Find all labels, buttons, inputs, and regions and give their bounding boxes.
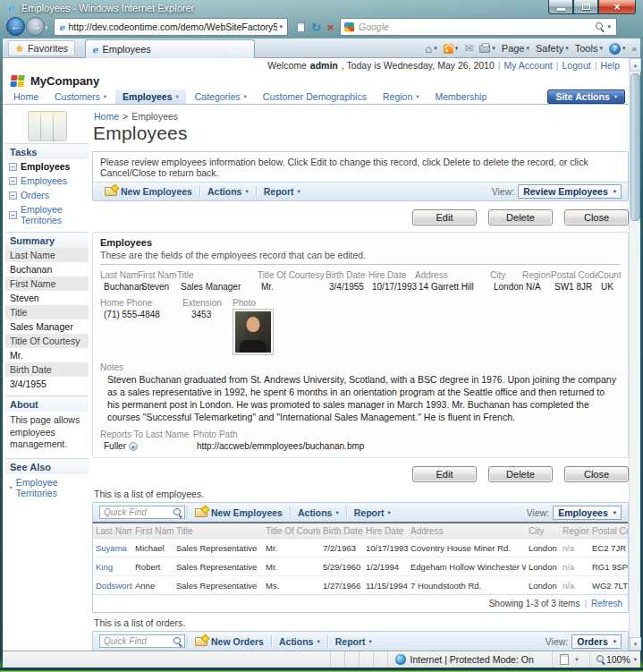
actions-menu[interactable]: Actions▾: [200, 186, 256, 197]
favorites-button[interactable]: ★ Favorites: [8, 40, 75, 56]
collapse-icon[interactable]: −: [9, 211, 17, 219]
nav-employees[interactable]: Employees▾: [115, 89, 186, 104]
new-item-icon: [195, 637, 207, 646]
showing-text: Showing 1-3 of 3 items: [489, 599, 580, 608]
record-actions: Edit Delete Close: [92, 209, 629, 225]
view-selector[interactable]: Review Employees▾: [518, 184, 622, 199]
actions-menu[interactable]: Actions▾: [291, 507, 346, 518]
refresh-button[interactable]: ↻: [309, 20, 324, 35]
refresh-link[interactable]: Refresh: [591, 599, 622, 608]
print-button[interactable]: ▾: [479, 45, 495, 53]
feeds-button[interactable]: ▾: [444, 44, 459, 54]
report-menu[interactable]: Report▾: [257, 186, 308, 197]
close-record-button[interactable]: Close: [564, 209, 629, 225]
maximize-button[interactable]: [573, 0, 598, 14]
summary-label: First Name: [5, 276, 89, 291]
nav-region[interactable]: Region▾: [376, 89, 427, 104]
zoom-settings-button[interactable]: ▾: [553, 651, 590, 668]
sidebar-item-employees-current[interactable]: −Employees: [5, 159, 89, 174]
delete-button[interactable]: Delete: [488, 466, 553, 482]
employees-toolbar: New Employees Actions▾ Report▾ View: Emp…: [93, 503, 628, 522]
collapse-icon[interactable]: −: [9, 177, 17, 185]
scroll-down-button[interactable]: ▼: [630, 637, 641, 651]
record-panel: Employees These are the fields of the em…: [92, 232, 629, 458]
close-button[interactable]: ×: [598, 0, 636, 14]
search-input[interactable]: [359, 21, 595, 32]
search-dropdown[interactable]: ▾: [605, 23, 613, 30]
new-employees-button[interactable]: New Employees: [97, 186, 199, 197]
edit-button[interactable]: Edit: [412, 209, 477, 225]
employees-header-row: Last NameFirst Name TitleTitle Of Courte…: [93, 523, 628, 539]
page-title: Employees: [92, 123, 629, 144]
report-menu[interactable]: Report▾: [347, 507, 398, 518]
page-menu[interactable]: Page▾: [502, 43, 529, 54]
summary-label: Title Of Courtesy: [5, 334, 89, 348]
read-mail-button[interactable]: ✉: [464, 42, 473, 55]
window-frame-bottom: [0, 668, 643, 672]
table-row[interactable]: DodsworthAnne Sales RepresentativeMs. 1/…: [93, 576, 628, 595]
table-row[interactable]: SuyamaMichael Sales RepresentativeMr. 7/…: [93, 539, 628, 557]
close-record-button[interactable]: Close: [564, 466, 629, 482]
scroll-up-button[interactable]: ▲: [630, 58, 641, 72]
forward-button[interactable]: →: [26, 17, 45, 36]
nav-customers[interactable]: Customers▾: [47, 89, 114, 104]
sidebar-item-employee-territories[interactable]: −Employee Territories: [5, 202, 89, 227]
search-icon[interactable]: [173, 507, 183, 518]
view-selector[interactable]: Employees▾: [553, 506, 622, 520]
help-link[interactable]: Help: [600, 60, 620, 71]
photo-label: Photo: [233, 298, 274, 308]
tab-employees[interactable]: e Employees: [85, 39, 255, 58]
breadcrumb-home[interactable]: Home: [94, 111, 119, 122]
see-also-heading: See Also: [5, 458, 89, 474]
zoom-level: 100%: [606, 654, 630, 665]
summary-value: 3/4/1955: [5, 377, 89, 391]
back-button[interactable]: ←: [6, 17, 25, 36]
scrollbar-thumb[interactable]: [630, 73, 640, 221]
delete-button[interactable]: Delete: [488, 209, 553, 225]
tasks-heading: Tasks: [5, 143, 89, 159]
logout-link[interactable]: Logout: [563, 60, 591, 71]
zoom-control[interactable]: 100% ▾: [590, 654, 640, 665]
table-row[interactable]: KingRobert Sales RepresentativeMr. 5/29/…: [93, 557, 628, 576]
edit-button[interactable]: Edit: [412, 466, 477, 482]
sidebar-item-employees[interactable]: −Employees: [5, 174, 89, 188]
see-also-employee-territories[interactable]: ▪Employee Territories: [5, 474, 89, 500]
nav-membership[interactable]: Membership: [428, 89, 495, 104]
toolbar-overflow-button[interactable]: »: [631, 44, 637, 54]
browser-window: e Employees - Windows Internet Explorer …: [0, 0, 643, 672]
actions-menu[interactable]: Actions▾: [272, 636, 327, 647]
user-name: admin: [310, 60, 338, 71]
site-actions-button[interactable]: Site Actions▾: [547, 89, 625, 104]
tools-menu[interactable]: Tools▾: [575, 43, 603, 54]
search-icon[interactable]: [173, 636, 183, 647]
nav-home[interactable]: Home: [6, 89, 46, 104]
my-account-link[interactable]: My Account: [504, 60, 553, 71]
minimize-button[interactable]: [548, 0, 573, 14]
reports-to-icon[interactable]: [129, 442, 138, 451]
vertical-scrollbar[interactable]: ▲ ▼: [629, 58, 640, 651]
help-menu[interactable]: ?▾: [609, 43, 626, 55]
report-menu[interactable]: Report▾: [328, 636, 379, 647]
address-dropdown[interactable]: ▾: [277, 23, 284, 30]
home-button[interactable]: ⌂▾: [425, 42, 436, 55]
nav-customer-demographics[interactable]: Customer Demographics: [256, 89, 374, 104]
sidebar-item-orders[interactable]: −Orders: [5, 188, 89, 202]
new-orders-button[interactable]: New Orders: [188, 636, 271, 647]
history-dropdown[interactable]: ▾: [45, 24, 48, 31]
safety-menu[interactable]: Safety▾: [536, 43, 569, 54]
compatibility-view-button[interactable]: [293, 20, 309, 35]
stop-button[interactable]: ×: [323, 20, 338, 35]
company-logo-icon: [10, 75, 25, 88]
feeds-icon: [444, 44, 453, 54]
nav-categories[interactable]: Categories▾: [188, 89, 254, 104]
collapse-icon[interactable]: −: [9, 191, 17, 200]
collapse-icon[interactable]: −: [9, 163, 17, 171]
globe-icon: [395, 654, 406, 665]
stop-icon: ×: [327, 21, 334, 34]
view-selector[interactable]: Orders▾: [571, 634, 622, 649]
new-item-icon: [195, 508, 207, 517]
url-input[interactable]: [68, 21, 277, 32]
search-icon[interactable]: [595, 21, 605, 32]
new-employees-button[interactable]: New Employees: [188, 507, 290, 518]
breadcrumb-current: Employees: [131, 111, 178, 122]
